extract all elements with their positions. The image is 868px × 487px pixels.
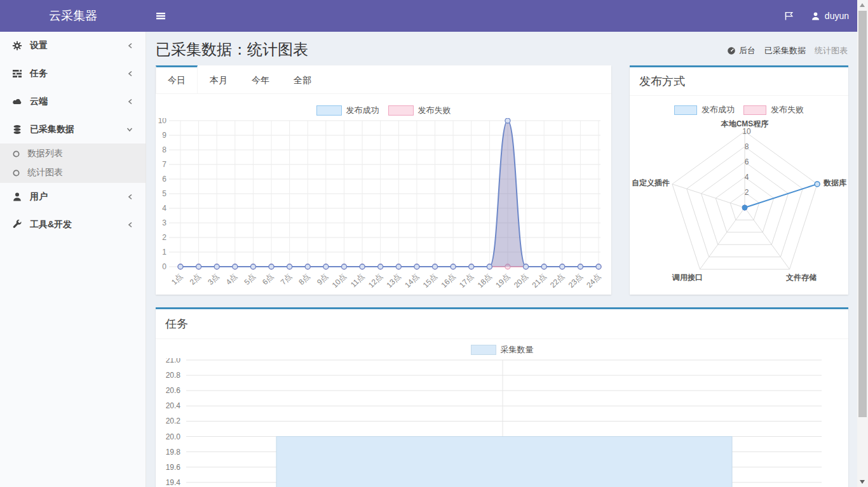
svg-text:12点: 12点 [367,272,384,290]
bar-chart-legend: 采集数量 [156,344,848,356]
chevron-left-icon [127,98,133,105]
svg-text:15点: 15点 [421,272,439,290]
cloud-icon [12,97,22,107]
fail-legend-swatch [388,105,414,116]
svg-text:2: 2 [162,233,166,242]
svg-text:19点: 19点 [494,272,512,290]
svg-text:20.8: 20.8 [166,371,181,380]
svg-text:8: 8 [162,145,166,154]
sidebar-item-label: 设置 [30,40,48,51]
svg-text:6点: 6点 [261,272,275,286]
svg-text:11点: 11点 [349,272,366,289]
fail-legend-swatch [743,105,766,115]
svg-text:4: 4 [162,204,166,213]
page-scrollbar [857,0,868,487]
sidebar-toggle-button[interactable] [146,0,175,32]
legend-label: 发布失败 [418,105,451,116]
sidebar-item-users[interactable]: 用户 [0,183,146,211]
charts-row: 今日 本月 今年 全部 发布成功 发布失败 0123456789101点2点3点… [156,65,848,295]
chevron-down-icon [126,126,133,133]
sidebar-item-tools-dev[interactable]: 工具&开发 [0,211,146,239]
sidebar-subitem-data-list[interactable]: 数据列表 [0,144,146,163]
legend-collect-count[interactable]: 采集数量 [471,344,534,356]
tab-all[interactable]: 全部 [281,65,323,93]
bar-chart-wrap: 21.020.820.620.420.220.019.819.619.4 [156,358,848,487]
tab-this-year[interactable]: 今年 [240,65,281,93]
content-area: 已采集数据：统计图表 后台 已采集数据 统计图表 [146,32,857,487]
svg-text:3点: 3点 [206,272,220,286]
svg-text:9点: 9点 [315,272,330,286]
hamburger-icon [156,11,166,20]
svg-text:18点: 18点 [476,272,494,290]
legend-publish-fail[interactable]: 发布失败 [388,105,451,116]
wrench-icon [12,220,22,230]
content-header: 已采集数据：统计图表 后台 已采集数据 统计图表 [156,32,848,65]
breadcrumb-home[interactable]: 后台 [727,45,756,57]
user-avatar-icon [811,11,820,21]
breadcrumb-current: 统计图表 [815,45,848,57]
svg-text:本地CMS程序: 本地CMS程序 [721,120,769,128]
panel-title: 任务 [165,317,188,330]
sidebar-item-tasks[interactable]: 任务 [0,60,146,88]
flag-menu-button[interactable] [783,11,794,21]
panel-header: 任务 [156,309,848,339]
svg-text:21.0: 21.0 [166,358,181,364]
scrollbar-thumb[interactable] [858,11,867,417]
svg-text:5: 5 [162,189,166,198]
legend-label: 采集数量 [501,344,534,356]
chevron-left-icon [127,70,133,77]
publish-stats-panel: 今日 本月 今年 全部 发布成功 发布失败 0123456789101点2点3点… [156,65,611,295]
svg-text:5点: 5点 [242,272,257,286]
sidebar-subitem-stats-chart[interactable]: 统计图表 [0,163,146,182]
svg-text:1: 1 [162,248,166,257]
sidebar-item-cloud[interactable]: 云端 [0,88,146,116]
tasks-panel: 任务 采集数量 21.020.820.620.420.220.019.819.6… [156,307,848,487]
page-title: 已采集数据：统计图表 [156,39,308,60]
publish-line-chart: 0123456789101点2点3点4点5点6点7点8点9点10点11点12点1… [156,118,611,292]
sidebar-item-collected-data[interactable]: 已采集数据 [0,116,146,143]
top-navbar: 云采集器 duyun [0,0,868,32]
svg-text:20.2: 20.2 [166,417,181,425]
sidebar-subitem-label: 数据列表 [27,148,63,159]
scrollbar-up-arrow[interactable] [860,3,865,7]
collect-legend-swatch [471,345,496,355]
user-icon [12,192,22,202]
svg-text:1点: 1点 [170,272,184,286]
svg-text:8: 8 [745,142,749,151]
svg-text:10点: 10点 [330,272,348,290]
breadcrumb-collected-data[interactable]: 已采集数据 [764,45,806,57]
scrollbar-down-arrow[interactable] [860,480,865,484]
legend-publish-success[interactable]: 发布成功 [316,105,379,116]
svg-text:20.6: 20.6 [166,386,181,395]
success-legend-swatch [674,105,697,115]
tab-today[interactable]: 今日 [156,65,198,93]
svg-text:24点: 24点 [585,272,602,290]
svg-text:4: 4 [745,173,749,182]
user-menu-button[interactable]: duyun [811,11,849,21]
brand-logo[interactable]: 云采集器 [0,0,146,32]
svg-text:调用接口: 调用接口 [672,273,703,282]
legend-publish-success[interactable]: 发布成功 [674,104,735,116]
legend-label: 发布成功 [702,104,735,116]
legend-publish-fail[interactable]: 发布失败 [743,104,804,116]
svg-text:17点: 17点 [458,272,475,290]
navbar-right: duyun [783,0,849,32]
legend-label: 发布失败 [771,104,804,116]
svg-text:6: 6 [745,157,749,166]
svg-text:19.8: 19.8 [166,448,181,457]
svg-text:16点: 16点 [439,272,457,290]
breadcrumb-label: 已采集数据 [764,45,806,57]
svg-text:7: 7 [162,160,166,169]
database-icon [12,124,22,135]
tasks-bar-chart: 21.020.820.620.420.220.019.819.619.4 [165,358,839,487]
svg-text:3: 3 [162,218,166,227]
tab-this-month[interactable]: 本月 [198,65,240,93]
sidebar-item-label: 云端 [30,96,48,107]
sidebar-item-settings[interactable]: 设置 [0,32,146,60]
success-legend-swatch [316,105,342,116]
app-root: 云采集器 duyun [0,0,868,487]
sidebar-subitem-label: 统计图表 [27,167,63,178]
svg-text:8点: 8点 [297,272,311,286]
gear-icon [12,41,22,51]
svg-text:文件存储: 文件存储 [785,273,817,282]
